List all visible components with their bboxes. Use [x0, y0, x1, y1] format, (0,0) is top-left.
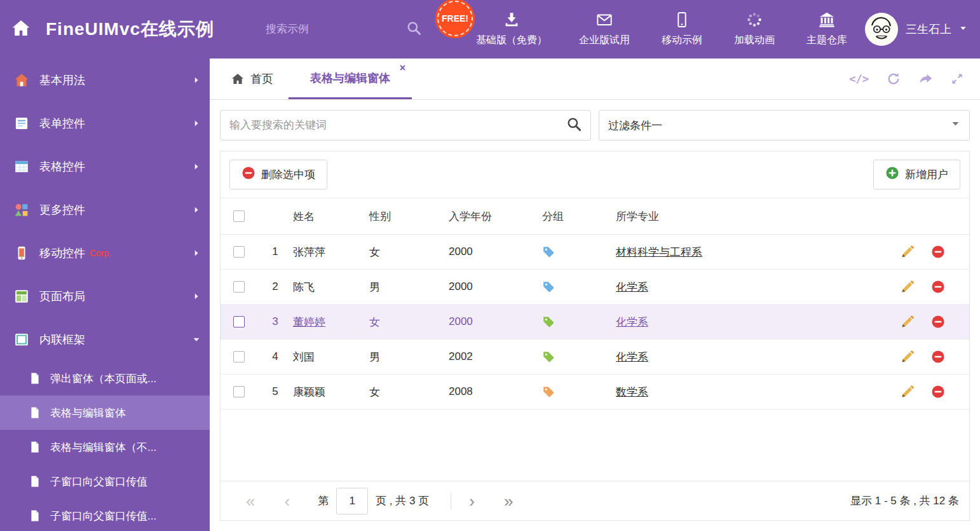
header-year: 入学年份	[449, 209, 541, 224]
share-icon[interactable]	[918, 72, 933, 86]
tab-bar: 首页 表格与编辑窗体 × </>	[210, 59, 980, 100]
file-icon	[29, 475, 41, 488]
sidebar-item-label: 表单控件	[39, 116, 85, 131]
search-icon[interactable]	[406, 20, 421, 38]
edit-icon[interactable]	[901, 245, 915, 259]
edit-icon[interactable]	[901, 350, 915, 364]
major-link[interactable]: 材料科学与工程系	[616, 245, 702, 259]
sidebar-subitem-label: 表格与编辑窗体（不...	[50, 440, 156, 455]
mobile-icon	[674, 11, 690, 28]
sidebar-menu: 基本用法表单控件表格控件更多控件移动控件Corp.页面布局内联框架弹出窗体（本页…	[0, 59, 210, 531]
table-row[interactable]: 2陈飞男2000化学系	[221, 270, 969, 305]
sidebar-item-form-controls[interactable]: 表单控件	[0, 102, 210, 145]
user-menu[interactable]: 三生石上	[865, 13, 980, 46]
grid-panel: 删除选中项 新增用户 姓名 性别 入学年份 分组	[220, 151, 970, 521]
last-page-button[interactable]: »	[500, 493, 517, 509]
search-icon[interactable]	[566, 116, 582, 134]
major-link[interactable]: 化学系	[616, 280, 648, 294]
next-page-button[interactable]: ›	[465, 493, 479, 509]
sidebar: 基本用法表单控件表格控件更多控件移动控件Corp.页面布局内联框架弹出窗体（本页…	[0, 59, 210, 531]
delete-selected-button[interactable]: 删除选中项	[229, 160, 327, 190]
brand[interactable]: FineUIMvc在线示例	[0, 17, 266, 41]
major-link[interactable]: 化学系	[616, 315, 648, 329]
row-checkbox[interactable]	[233, 351, 245, 362]
keyword-search[interactable]	[220, 110, 591, 141]
pager-divider	[451, 493, 451, 509]
delete-icon[interactable]	[931, 385, 945, 399]
sidebar-item-inline-frame[interactable]: 内联框架	[0, 318, 210, 361]
delete-icon[interactable]	[931, 315, 945, 329]
page-prefix: 第	[318, 493, 329, 508]
row-number: 4	[257, 350, 293, 363]
header-nav-loading-animation[interactable]: 加载动画	[724, 11, 785, 47]
header-nav-basic-free[interactable]: 基础版（免费）	[466, 11, 557, 47]
sidebar-subitem-grid-edit-window-no[interactable]: 表格与编辑窗体（不...	[0, 430, 210, 464]
page-number-input[interactable]	[336, 488, 368, 514]
close-tab-icon[interactable]: ×	[400, 63, 405, 73]
sidebar-subitem-label: 子窗口向父窗口传值	[50, 474, 147, 489]
header-nav-label: 加载动画	[734, 34, 775, 47]
major-link[interactable]: 数学系	[616, 385, 648, 399]
add-user-button[interactable]: 新增用户	[873, 160, 960, 190]
header-nav-mobile-demo[interactable]: 移动示例	[651, 11, 712, 47]
sidebar-item-page-layout[interactable]: 页面布局	[0, 275, 210, 318]
table-row[interactable]: 5康颖颖女2008数学系	[221, 375, 969, 410]
header-search[interactable]	[266, 20, 421, 38]
minus-circle-icon	[242, 166, 255, 183]
app-title: FineUIMvc在线示例	[46, 17, 214, 41]
major-link[interactable]: 化学系	[616, 350, 648, 364]
tag-icon	[542, 350, 555, 363]
edit-icon[interactable]	[901, 315, 915, 329]
sidebar-subitem-grid-edit-window[interactable]: 表格与编辑窗体	[0, 396, 210, 430]
row-checkbox[interactable]	[233, 316, 245, 328]
sidebar-subitem-child-to-parent-2[interactable]: 子窗口向父窗口传值...	[0, 499, 210, 531]
cell-group	[541, 350, 616, 363]
file-icon	[29, 509, 41, 522]
prev-page-button[interactable]: ‹	[280, 493, 294, 509]
delete-icon[interactable]	[931, 280, 945, 294]
cell-name: 刘国	[293, 350, 369, 364]
avatar[interactable]	[865, 13, 898, 46]
header-search-input[interactable]	[266, 23, 406, 36]
row-checkbox[interactable]	[233, 386, 245, 397]
sidebar-item-grid-controls[interactable]: 表格控件	[0, 145, 210, 188]
sidebar-item-basic-usage[interactable]: 基本用法	[0, 59, 210, 102]
sidebar-item-mobile-controls[interactable]: 移动控件Corp.	[0, 231, 210, 275]
form-icon	[14, 116, 29, 131]
delete-icon[interactable]	[931, 350, 945, 364]
delete-icon[interactable]	[931, 245, 945, 259]
sidebar-subitem-label: 子窗口向父窗口传值...	[50, 509, 156, 523]
table-row[interactable]: 3董婷婷女2000化学系	[221, 305, 969, 340]
sidebar-subitem-popup-window[interactable]: 弹出窗体（本页面或...	[0, 361, 210, 396]
envelope-icon	[596, 11, 613, 28]
tab-home-label: 首页	[250, 71, 273, 86]
table-row[interactable]: 1张萍萍女2000材料科学与工程系	[221, 235, 969, 270]
expand-icon[interactable]	[951, 72, 963, 85]
edit-icon[interactable]	[901, 385, 915, 399]
sidebar-subitem-child-to-parent[interactable]: 子窗口向父窗口传值	[0, 464, 210, 499]
tab-home[interactable]: 首页	[216, 59, 289, 99]
table-empty-space	[221, 410, 969, 481]
keyword-search-input[interactable]	[229, 119, 566, 132]
table-row[interactable]: 4刘国男2002化学系	[221, 340, 969, 375]
header-nav-enterprise-trial[interactable]: 企业版试用	[569, 11, 640, 47]
header-nav-theme-repo[interactable]: 主题仓库	[796, 11, 857, 47]
table-body: 1张萍萍女2000材料科学与工程系2陈飞男2000化学系3董婷婷女2000化学系…	[221, 235, 969, 410]
cell-actions	[858, 245, 969, 259]
first-page-button[interactable]: «	[242, 493, 259, 509]
tab-grid-edit-window[interactable]: 表格与编辑窗体 ×	[289, 59, 412, 99]
row-checkbox[interactable]	[233, 281, 245, 293]
source-code-icon[interactable]: </>	[849, 72, 869, 85]
edit-icon[interactable]	[901, 280, 915, 294]
home-icon	[11, 18, 31, 40]
sidebar-item-label: 更多控件	[39, 202, 85, 217]
select-all-checkbox[interactable]	[233, 210, 245, 222]
tag-icon	[542, 280, 555, 293]
refresh-icon[interactable]	[887, 72, 901, 86]
cell-major: 数学系	[616, 385, 858, 399]
cell-name: 董婷婷	[293, 315, 369, 329]
sidebar-item-more-controls[interactable]: 更多控件	[0, 188, 210, 231]
filter-dropdown[interactable]: 过滤条件一	[599, 110, 970, 141]
header-nav-label: 主题仓库	[806, 34, 847, 47]
row-checkbox[interactable]	[233, 246, 245, 258]
